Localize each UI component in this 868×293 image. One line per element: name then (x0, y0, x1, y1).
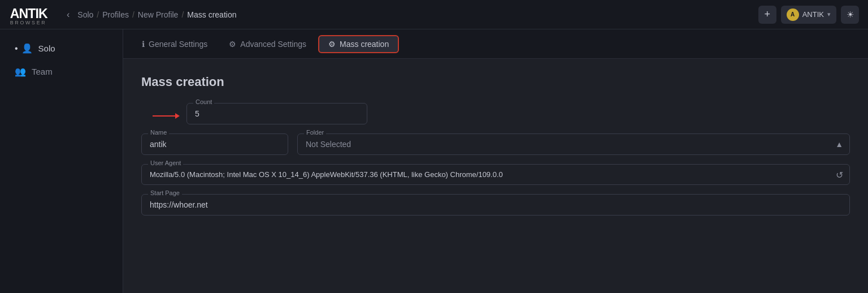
account-button[interactable]: A ANTIK ▾ (781, 6, 836, 24)
info-icon: ℹ (142, 40, 145, 49)
folder-select[interactable]: Not Selected (297, 133, 850, 155)
arrow-annotation (153, 113, 180, 119)
startpage-input[interactable] (141, 194, 850, 216)
sidebar: 👤 Solo 👥 Team (0, 29, 123, 293)
tab-advanced-settings[interactable]: ⚙ Advanced Settings (219, 36, 316, 53)
breadcrumb-profiles[interactable]: Profiles (102, 10, 129, 19)
gear-icon: ⚙ (229, 40, 236, 49)
tabs-bar: ℹ General Settings ⚙ Advanced Settings ⚙… (123, 29, 868, 59)
form-area: Mass creation Count Name (123, 59, 868, 293)
folder-field-group: Folder Not Selected ▲ (297, 133, 850, 155)
count-wrapper: Count (186, 103, 850, 124)
sidebar-item-team[interactable]: 👥 Team (5, 61, 118, 83)
breadcrumb: Solo / Profiles / New Profile / Mass cre… (77, 10, 758, 19)
content-area: ℹ General Settings ⚙ Advanced Settings ⚙… (123, 29, 868, 293)
arrow-line (153, 115, 175, 117)
svg-text:BROWSER: BROWSER (10, 19, 47, 25)
folder-select-wrap: Not Selected ▲ (297, 133, 850, 155)
tab-general-settings[interactable]: ℹ General Settings (132, 36, 217, 53)
name-field-group: Name (141, 133, 288, 155)
tab-general-settings-label: General Settings (149, 40, 207, 49)
useragent-input-wrap: ↺ (141, 164, 850, 185)
sidebar-label-team: Team (32, 67, 53, 76)
svg-text:ANTIK: ANTIK (10, 6, 48, 21)
main-layout: 👤 Solo 👥 Team ℹ General Settings ⚙ Advan… (0, 29, 868, 293)
top-nav-right: + A ANTIK ▾ ☀ (758, 6, 859, 24)
logo: ANTIK BROWSER (9, 3, 54, 26)
gear2-icon: ⚙ (328, 40, 336, 49)
arrow-head (175, 113, 180, 119)
back-button[interactable]: ‹ (63, 7, 73, 22)
useragent-label: User Agent (148, 160, 183, 166)
refresh-icon[interactable]: ↺ (836, 169, 843, 180)
sidebar-item-solo[interactable]: 👤 Solo (5, 37, 118, 59)
startpage-field-group: Start Page (141, 194, 850, 216)
user-icon: 👤 (21, 43, 33, 54)
breadcrumb-new-profile[interactable]: New Profile (138, 10, 179, 19)
name-label: Name (148, 129, 169, 136)
team-icon: 👥 (15, 66, 26, 77)
top-nav: ANTIK BROWSER ‹ Solo / Profiles / New Pr… (0, 0, 868, 29)
sidebar-label-solo: Solo (38, 44, 55, 53)
add-button[interactable]: + (758, 6, 776, 24)
startpage-label: Start Page (148, 189, 182, 196)
useragent-field-group: User Agent ↺ (141, 164, 850, 185)
account-name: ANTIK (802, 10, 824, 19)
tab-mass-creation-label: Mass creation (340, 40, 389, 49)
tab-advanced-settings-label: Advanced Settings (240, 40, 306, 49)
count-input[interactable] (186, 103, 367, 124)
theme-toggle-button[interactable]: ☀ (841, 6, 859, 24)
tab-mass-creation[interactable]: ⚙ Mass creation (318, 35, 399, 53)
chevron-down-icon: ▾ (827, 11, 831, 18)
folder-label: Folder (304, 129, 326, 136)
breadcrumb-mass-creation: Mass creation (187, 10, 236, 19)
section-title: Mass creation (141, 75, 850, 89)
name-folder-row: Name Folder Not Selected ▲ (141, 133, 850, 164)
avatar: A (787, 8, 799, 21)
useragent-input[interactable] (141, 164, 850, 185)
name-input[interactable] (141, 133, 288, 155)
breadcrumb-solo[interactable]: Solo (77, 10, 93, 19)
count-label: Count (193, 98, 214, 105)
count-field-group: Count (186, 103, 367, 124)
